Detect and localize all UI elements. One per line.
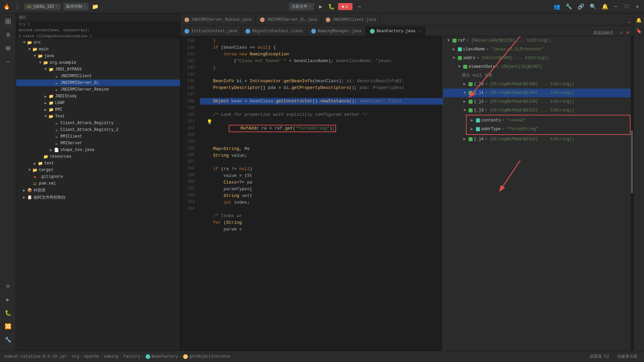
- run-button[interactable]: ▶2: [338, 3, 353, 10]
- check-icon: ✓: [620, 29, 624, 36]
- tree-item-scratch[interactable]: ▶ 📋 临时文件和控制台: [16, 194, 180, 201]
- tree-item-jndirmi-server-rebind[interactable]: ☕ JNDIRMIServer_Rebind: [16, 86, 180, 93]
- tree-item-rmiclient[interactable]: ☕ RMIClient: [16, 133, 180, 140]
- lightbulb-icon[interactable]: 💡: [207, 119, 212, 125]
- sidebar-icon-project[interactable]: [3, 16, 13, 27]
- menu-icon[interactable]: ⋮: [13, 3, 21, 11]
- sidebar-icon-settings[interactable]: ⚙: [3, 281, 13, 292]
- tree-item-org-example[interactable]: ▼ 📂 org.example: [16, 59, 180, 66]
- notifications-icon[interactable]: 🔔: [601, 3, 609, 11]
- right-notification-icon[interactable]: 🔔: [635, 16, 643, 24]
- tree-item-ldap[interactable]: ▶ 📁 LDAP: [16, 100, 180, 106]
- tree-item-test[interactable]: ▼ 📂 Test: [16, 113, 180, 120]
- set-value-button[interactable]: 设置值 F2: [587, 353, 612, 360]
- sidebar-icon-monitor[interactable]: 🖥: [3, 30, 13, 40]
- tab-jndirmi-server-el[interactable]: JNDIRMIServer_EL.java: [256, 14, 322, 25]
- tab-jndirmi-client[interactable]: JNDIRMIClient.java: [322, 14, 380, 25]
- debug-label-ref: ref: [458, 37, 465, 44]
- java-jndirmi-server-rebind-icon: ☕: [54, 87, 59, 92]
- debug-item-elementdata[interactable]: ▼ elementData = {Object[10]@1307}: [443, 62, 631, 71]
- tree-item-java[interactable]: ▼ 📂 java: [16, 53, 180, 59]
- svg-rect-5: [6, 48, 10, 49]
- logo-icon[interactable]: 🔥: [3, 3, 11, 11]
- search-icon[interactable]: 🔍: [589, 3, 597, 11]
- folder-icon[interactable]: 📁: [91, 3, 99, 11]
- jdk-label: jdk8u_192: [33, 4, 54, 9]
- debug-item-2[interactable]: ▶ {.}2 = {StringRefAddr@1310} ... toStri…: [443, 97, 631, 106]
- debug-icon[interactable]: 🐛: [327, 3, 335, 11]
- tab-jndirmi-server-rebind[interactable]: JNDIRMIServer_Rebind.java: [180, 14, 256, 25]
- debug-item-3-contents[interactable]: ▶ contents = "x=eval": [467, 116, 630, 125]
- tree-item-jndirmi-server-el[interactable]: ☕ JNDIRMIServer_EL: [16, 80, 180, 86]
- tree-item-main[interactable]: ▼ 📂 main: [16, 46, 180, 53]
- debug-item-4[interactable]: ▶ {.}4 = {StringRefAddr@1312} ... toStri…: [443, 135, 631, 144]
- tree-item-target[interactable]: ▼ 📂 target: [16, 167, 180, 173]
- tree-item-jndi-bypass[interactable]: ▼ 📁 JNDI_BYPASS: [16, 66, 180, 73]
- users-icon[interactable]: 👥: [553, 3, 561, 11]
- debug-dot-3-contents: [476, 118, 480, 122]
- tree-item-resources[interactable]: 📁 resources: [16, 153, 180, 160]
- tab-registry-context[interactable]: RegistryContext.class: [241, 27, 307, 36]
- sidebar-icon-debug[interactable]: 🐛: [3, 308, 13, 318]
- right-bookmark-icon[interactable]: 🔖: [635, 27, 643, 35]
- vcs-button[interactable]: 版本控制 ▼: [63, 3, 89, 10]
- tab-bean-factory[interactable]: BeanFactory.java ✕: [366, 27, 425, 36]
- tab-naming-manager[interactable]: NamingManager.java: [307, 27, 366, 36]
- tree-item-test-root[interactable]: ▶ 📁 test: [16, 160, 180, 167]
- tree-item-client-attack[interactable]: ☕ Client_Attack_Registry: [16, 120, 180, 126]
- tree-item-client-attack2[interactable]: ☕ Client_Attack_Registry_2: [16, 126, 180, 133]
- tools-icon[interactable]: 🔧: [565, 3, 573, 11]
- plugins-icon[interactable]: 🔗: [577, 3, 585, 11]
- arrow-jndi-bypass: ▼: [43, 67, 48, 72]
- minimize-icon[interactable]: —: [612, 3, 620, 11]
- sidebar-icon-layers[interactable]: [3, 43, 13, 54]
- tab-close-bean[interactable]: ✕: [419, 29, 421, 33]
- tree-label-rmiserver: RMIServer: [60, 141, 82, 146]
- tree-item-pom[interactable]: 🗂 pom.xml: [16, 180, 180, 187]
- sidebar-icon-wrench[interactable]: 🔧: [3, 334, 13, 345]
- debug-item-0[interactable]: ▶ {.}0 = {StringRefAddr@1308} ... toStri…: [443, 80, 631, 89]
- tree-item-jndirmi-client[interactable]: ☕ JNDIRMIClient: [16, 73, 180, 80]
- current-file-button[interactable]: 当前文件 ▼: [289, 3, 314, 10]
- arrow-external-lib: ▶: [21, 188, 27, 193]
- tree-item-external-lib[interactable]: ▶ 📦 外部库: [16, 187, 180, 194]
- maximize-icon[interactable]: □: [623, 3, 631, 11]
- tree-label-org-example: org.example: [50, 60, 76, 65]
- tree-item-gitignore[interactable]: ◆ .gitignore: [16, 173, 180, 180]
- boxed-code-151: RefAddr ra = ref.get("forceString");: [229, 125, 336, 132]
- sidebar-icon-git[interactable]: 🔀: [3, 321, 13, 332]
- tab-initial-context[interactable]: InitialContext.java: [180, 27, 241, 36]
- debug-item-classname[interactable]: ▶ className = "javax.el.ELProcessor": [443, 45, 631, 54]
- build-icon[interactable]: ▶: [317, 3, 325, 11]
- arrow-shape: ▶: [48, 148, 54, 153]
- project-selector[interactable]: J1 jdk8u_192 ▼: [24, 3, 61, 10]
- tree-item-shape-tes[interactable]: ▶ 📄 shape_tes.java: [16, 147, 180, 153]
- sidebar-icon-dots[interactable]: ⋯: [3, 56, 13, 67]
- tree-item-jndistudy[interactable]: ▶ 📁 JNDIStudy: [16, 93, 180, 100]
- tree-item-rmi[interactable]: ▶ 📁 RMI: [16, 106, 180, 113]
- debug-dot-addrs: [458, 56, 462, 60]
- tree-body[interactable]: try { method.invoke(bean, valueArray); }…: [16, 21, 180, 351]
- debug-item-3[interactable]: ▼ {.}3 = {StringRefAddr@1311} ... toStri…: [443, 106, 631, 115]
- tree-item-src[interactable]: ▼ 📂 src: [16, 39, 180, 46]
- svg-rect-0: [6, 19, 8, 21]
- debug-item-3-addrtype[interactable]: ▶ addrType = "forceString": [467, 125, 630, 134]
- vertical-scrollbar[interactable]: [631, 36, 633, 351]
- code-content[interactable]: } if (beanClass == null) { throw new Nam…: [197, 36, 631, 351]
- debug-label-elementdata: elementData: [469, 63, 495, 70]
- tree-item-rmiserver[interactable]: ☕ RMIServer: [16, 140, 180, 147]
- tabs-more-button[interactable]: ⋯: [626, 20, 633, 25]
- debug-arrow-ref: ▼: [446, 37, 451, 44]
- debug-item-ref[interactable]: ▼ ref = {ResourceRef@1219} ... toString(…: [443, 36, 631, 45]
- debug-item-1[interactable]: ▼ {.}1 = {StringRefAddr@1309} ... toStri…: [443, 89, 631, 97]
- more-icon[interactable]: ⋯: [355, 3, 363, 11]
- debug-item-addrs[interactable]: ▼ addrs = {Vector@1306} ... toString(): [443, 54, 631, 62]
- sidebar-icon-run[interactable]: ▶: [3, 294, 13, 305]
- create-viewer-button[interactable]: 创建显示器: [614, 353, 640, 360]
- tab-icon-initial: [184, 29, 189, 34]
- tree-label-main: main: [39, 47, 49, 52]
- reader-mode-button[interactable]: 阅读器模式: [589, 30, 618, 36]
- close-icon[interactable]: ✕: [633, 3, 641, 11]
- tree-label-resources: resources: [50, 154, 71, 159]
- arrow-scratch: ▶: [21, 195, 27, 200]
